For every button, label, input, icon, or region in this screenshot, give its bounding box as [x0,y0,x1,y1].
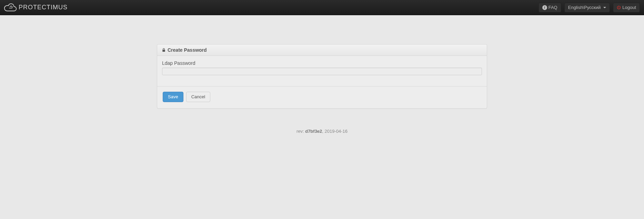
language-label: English\Русский [568,4,601,11]
save-button[interactable]: Save [163,92,183,102]
lock-icon [162,48,165,52]
footer-revision: rev: d7bf3e2, 2019-04-16 [157,129,487,134]
rev-hash: d7bf3e2 [305,129,322,134]
navbar-actions: i FAQ English\Русский Logout [539,3,640,12]
rev-prefix: rev: [296,129,305,134]
ldap-password-input[interactable] [162,68,482,75]
panel-header: Create Password [157,44,487,56]
power-icon [617,6,621,10]
svg-rect-0 [162,50,165,52]
cancel-button[interactable]: Cancel [186,92,210,102]
create-password-panel: Create Password Ldap Password Save Cance… [157,44,487,109]
faq-button[interactable]: i FAQ [539,3,561,12]
panel-body: Ldap Password [157,56,487,87]
logout-label: Logout [622,4,636,11]
panel-title: Create Password [168,47,207,53]
ldap-password-label: Ldap Password [162,60,482,66]
faq-label: FAQ [549,4,557,11]
chevron-down-icon [603,7,606,8]
panel-footer: Save Cancel [157,87,487,108]
top-navbar: PROTECTIMUS i FAQ English\Русский Logout [0,0,644,15]
logout-button[interactable]: Logout [613,3,640,12]
language-dropdown[interactable]: English\Русский [564,3,610,12]
brand-logo[interactable]: PROTECTIMUS [4,3,68,12]
brand-text: PROTECTIMUS [19,4,68,11]
rev-date: , 2019-04-16 [322,129,348,134]
main-container: Create Password Ldap Password Save Cance… [157,44,487,134]
info-icon: i [542,5,547,10]
cloud-lock-icon [4,3,17,12]
